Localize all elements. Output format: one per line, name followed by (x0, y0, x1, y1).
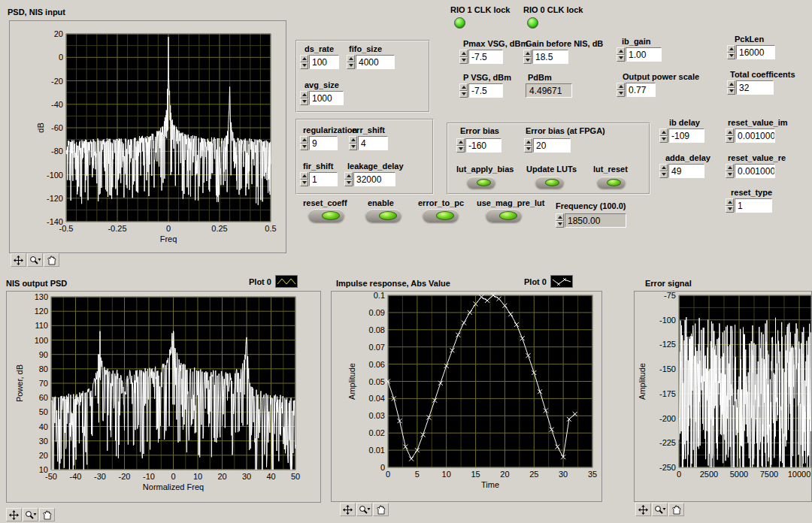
adda-delay-value[interactable]: 49 (668, 164, 704, 178)
decrement-icon[interactable] (459, 57, 468, 65)
decrement-icon[interactable] (659, 136, 668, 144)
pmax-vsg-control[interactable]: -7.5 (459, 50, 503, 64)
ib-delay-control[interactable]: -109 (659, 128, 704, 143)
ds-rate-value[interactable]: 100 (309, 55, 339, 69)
pan-tool-button[interactable] (39, 508, 55, 521)
increment-icon[interactable] (459, 83, 468, 91)
lut-reset-button[interactable] (597, 177, 626, 189)
err-shift-control[interactable]: 4 (349, 136, 388, 150)
decrement-icon[interactable] (300, 98, 308, 106)
increment-icon[interactable] (727, 45, 735, 53)
reset-type-value[interactable]: 1 (735, 198, 772, 213)
decrement-icon[interactable] (659, 171, 668, 179)
psd-input-plot[interactable]: -0.5-0.2500.250.5200-20-40-60-80-100-120… (10, 21, 286, 252)
enable-button[interactable] (365, 209, 401, 222)
cursor-tool-button[interactable] (11, 253, 26, 267)
increment-icon[interactable] (349, 136, 357, 144)
increment-icon[interactable] (726, 128, 734, 136)
increment-icon[interactable] (300, 136, 308, 144)
total-coefficents-control[interactable]: 32 (727, 80, 774, 95)
update-luts-button[interactable] (535, 177, 564, 189)
leakage-delay-value[interactable]: 32000 (353, 172, 395, 186)
decrement-icon[interactable] (300, 144, 308, 151)
p-vsg-value[interactable]: -7.5 (468, 83, 503, 98)
decrement-icon[interactable] (617, 90, 625, 98)
decrement-icon[interactable] (617, 55, 625, 62)
impulse-response-plot[interactable]: 051015202530350.10.090.080.070.060.050.0… (332, 292, 601, 501)
output-power-scale-value[interactable]: 0.77 (626, 83, 656, 97)
increment-icon[interactable] (727, 80, 735, 88)
decrement-icon[interactable] (727, 88, 735, 95)
increment-icon[interactable] (300, 91, 308, 98)
pan-tool-button[interactable] (44, 253, 59, 267)
avg-size-value[interactable]: 1000 (309, 91, 344, 105)
fifo-size-value[interactable]: 4000 (356, 55, 395, 69)
increment-icon[interactable] (617, 83, 625, 90)
pan-tool-button[interactable] (373, 503, 389, 516)
error-bias-control[interactable]: -160 (456, 138, 501, 153)
decrement-icon[interactable] (556, 221, 564, 228)
impulse-legend[interactable]: Plot 0 (524, 275, 573, 288)
ib-gain-control[interactable]: 1.00 (617, 47, 662, 62)
pmax-vsg-value[interactable]: -7.5 (468, 50, 503, 64)
frequency-value[interactable]: 1850.00 (565, 213, 626, 228)
cursor-tool-button[interactable] (340, 503, 356, 516)
fir-shift-control[interactable]: 1 (300, 172, 338, 186)
error-signal-plot[interactable]: 025005000750010000-75-100-125-150-175-20… (635, 292, 811, 501)
error-bias-fpga-value[interactable]: 20 (533, 138, 571, 153)
increment-icon[interactable] (617, 47, 625, 55)
increment-icon[interactable] (659, 164, 668, 171)
increment-icon[interactable] (300, 172, 308, 180)
increment-icon[interactable] (456, 138, 465, 146)
decrement-icon[interactable] (344, 180, 353, 187)
decrement-icon[interactable] (726, 171, 734, 179)
ib-delay-value[interactable]: -109 (668, 128, 704, 143)
increment-icon[interactable] (347, 55, 355, 62)
gain-before-nis-control[interactable]: 18.5 (523, 50, 568, 64)
increment-icon[interactable] (524, 138, 532, 146)
avg-size-control[interactable]: 1000 (300, 91, 344, 105)
nis-output-legend[interactable]: Plot 0 (249, 275, 298, 288)
legend-line-sample[interactable] (550, 275, 573, 288)
reset-value-im-control[interactable]: 0.001000 (726, 128, 775, 143)
ds-rate-control[interactable]: 100 (300, 55, 339, 69)
decrement-icon[interactable] (726, 206, 734, 213)
legend-line-sample[interactable] (275, 275, 298, 288)
reset-coeff-button[interactable] (308, 209, 344, 222)
increment-icon[interactable] (659, 128, 668, 136)
regularization-control[interactable]: 9 (300, 136, 338, 150)
pcklen-value[interactable]: 16000 (736, 45, 775, 59)
pan-tool-button[interactable] (668, 503, 684, 516)
error-bias-value[interactable]: -160 (465, 138, 501, 153)
increment-icon[interactable] (523, 50, 532, 57)
error-bias-fpga-control[interactable]: 20 (524, 138, 571, 153)
decrement-icon[interactable] (727, 53, 735, 60)
zoom-tool-button[interactable] (356, 503, 372, 516)
use-mag-pre-lut-button[interactable] (486, 209, 522, 222)
frequency-control[interactable]: 1850.00 (556, 213, 626, 228)
decrement-icon[interactable] (349, 144, 357, 151)
cursor-tool-button[interactable] (635, 503, 651, 516)
decrement-icon[interactable] (347, 62, 355, 70)
lut-apply-bias-button[interactable] (467, 177, 495, 189)
err-shift-value[interactable]: 4 (358, 136, 388, 150)
total-coefficents-value[interactable]: 32 (736, 80, 774, 95)
fifo-size-control[interactable]: 4000 (347, 55, 395, 69)
decrement-icon[interactable] (300, 62, 308, 70)
regularization-value[interactable]: 9 (309, 136, 338, 150)
reset-value-re-control[interactable]: 0.001000 (726, 164, 775, 178)
increment-icon[interactable] (556, 213, 564, 221)
zoom-tool-button[interactable] (23, 508, 38, 521)
increment-icon[interactable] (300, 55, 308, 62)
decrement-icon[interactable] (523, 57, 532, 65)
reset-value-im-value[interactable]: 0.001000 (735, 128, 775, 143)
nis-output-plot[interactable]: -50-40-30-20-100102030405013012011010090… (7, 292, 320, 502)
gain-before-nis-value[interactable]: 18.5 (532, 50, 568, 64)
ib-gain-value[interactable]: 1.00 (626, 47, 662, 62)
zoom-tool-button[interactable] (27, 253, 43, 267)
output-power-scale-control[interactable]: 0.77 (617, 83, 656, 97)
cursor-tool-button[interactable] (6, 508, 22, 521)
decrement-icon[interactable] (459, 91, 468, 98)
leakage-delay-control[interactable]: 32000 (344, 172, 395, 186)
reset-type-control[interactable]: 1 (726, 198, 772, 213)
